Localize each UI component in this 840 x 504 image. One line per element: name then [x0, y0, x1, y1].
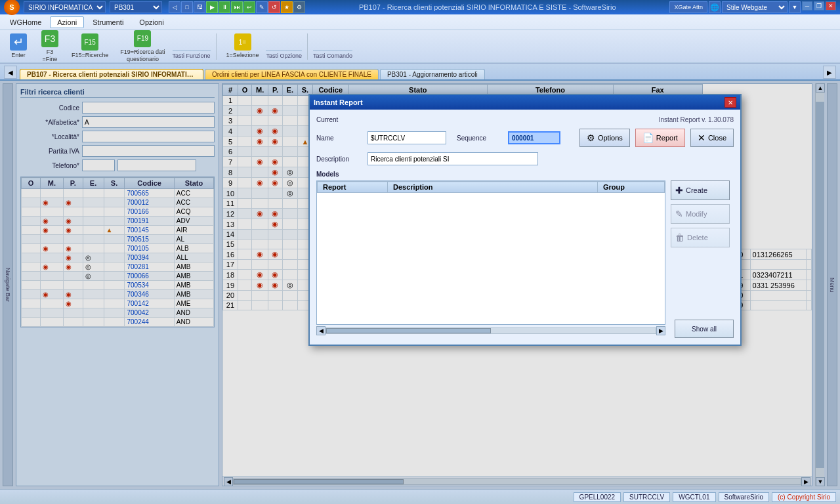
status-wgctl01: WGCTL01	[673, 492, 715, 502]
dialog-titlebar: Instant Report ✕	[310, 95, 740, 110]
name-input[interactable]	[368, 131, 446, 144]
f3-btn[interactable]: F3 F3=Fine	[35, 28, 64, 65]
tasti-opzione-label: Tasti Opzione	[266, 51, 302, 61]
models-scroll-track[interactable]	[326, 327, 656, 334]
win-restore[interactable]: ❐	[814, 1, 824, 10]
f3-label: F3=Fine	[43, 49, 58, 63]
status-copyright: (c) Copyright Sirio	[772, 492, 836, 502]
f19-btn[interactable]: F19 F19=Ricerca datiquestionario	[116, 28, 169, 65]
globe-icon-btn[interactable]: 🌐	[709, 1, 721, 13]
delete-btn[interactable]: 🗑 Delete	[671, 228, 730, 247]
status-bar: GPELL0022 SUTRCCLV WGCTL01 SoftwareSirio…	[0, 489, 840, 504]
modify-btn[interactable]: ✎ Modify	[671, 204, 730, 224]
description-label: Description	[316, 156, 362, 163]
version-label: Instant Report v. 1.30.078	[659, 116, 734, 123]
main-title: PB107 - Ricerca clienti potenziali SIRIO…	[305, 3, 669, 11]
toolbar-small-btn-2[interactable]: □	[181, 1, 193, 13]
toolbar-small-btn-9[interactable]: ↺	[268, 1, 280, 13]
current-label: Current	[316, 116, 362, 123]
toolbar-small-btn-3[interactable]: 🖫	[194, 1, 205, 13]
models-col-desc: Description	[388, 182, 598, 193]
style-dropdown-btn[interactable]: ▼	[789, 1, 801, 13]
description-row: Description	[316, 152, 734, 165]
dialog-body: Current Instant Report v. 1.30.078 Name …	[310, 110, 740, 345]
module-dropdown[interactable]: PB301	[110, 1, 162, 13]
sequence-input[interactable]	[508, 131, 560, 144]
menu-azioni[interactable]: Azioni	[50, 16, 84, 28]
models-title: Models	[316, 171, 734, 178]
status-sutrcclv: SUTRCCLV	[623, 492, 670, 502]
sequence-label: Sequence	[457, 135, 503, 142]
toolbar-small-btn-10[interactable]: ★	[281, 1, 293, 13]
top-area: WGHome Azioni Strumenti Opzioni ↵ Enter …	[0, 14, 840, 64]
models-scroll-right[interactable]: ▶	[656, 326, 665, 335]
show-all-btn[interactable]: Show all	[675, 320, 734, 338]
toolbar-small-btn-1[interactable]: ◁	[169, 1, 180, 13]
toolbar-small-btn-4[interactable]: ▶	[206, 1, 218, 13]
tab-nav-left[interactable]: ◀	[4, 66, 17, 79]
report-btn[interactable]: 📄 Report	[635, 129, 685, 147]
sel-btn[interactable]: 1= 1=Selezione	[222, 32, 264, 61]
models-h-scrollbar[interactable]: ◀ ▶	[316, 326, 665, 335]
f19-label: F19=Ricerca datiquestionario	[120, 49, 165, 63]
menu-wghome[interactable]: WGHome	[3, 16, 49, 28]
tab-pb301[interactable]: PB301 - Aggiornamento articoli	[380, 69, 485, 79]
action-buttons-col: ✚ Create ✎ Modify 🗑 Delete	[671, 180, 734, 325]
toolbar-small-btn-11[interactable]: ⚙	[293, 1, 305, 13]
sel-label: 1=Selezione	[226, 52, 259, 59]
tab-ordini[interactable]: Ordini clienti per LINEA FASCIA con CLIE…	[205, 69, 379, 79]
style-dropdown[interactable]: Stile Webgate	[722, 1, 788, 13]
company-dropdown[interactable]: SIRIO INFORMATICA	[24, 1, 106, 13]
status-softwaresirio: SoftwareSirio	[719, 492, 769, 502]
xgate-btn[interactable]: XGate Attn	[669, 1, 707, 13]
models-scroll-left[interactable]: ◀	[316, 326, 326, 335]
tasti-funzione-label: Tasti Funzione	[173, 51, 211, 61]
models-scroll-thumb	[326, 328, 491, 333]
f15-label: F15=Ricerche	[72, 52, 108, 59]
models-col-report: Report	[318, 182, 388, 193]
dialog-close-x-btn[interactable]: ✕	[724, 97, 736, 108]
name-sequence-row: Name Sequence ⚙ Options 📄 Report	[316, 129, 734, 147]
menu-opzioni[interactable]: Opzioni	[132, 16, 171, 28]
models-col-group: Group	[598, 182, 665, 193]
dialog-overlay: Instant Report ✕ Current Instant Report …	[0, 81, 840, 489]
tab-bar: ◀ PB107 - Ricerca clienti potenziali SIR…	[0, 64, 840, 81]
models-table: Report Description Group	[317, 181, 665, 193]
description-input[interactable]	[368, 152, 538, 165]
options-btn[interactable]: ⚙ Options	[579, 129, 630, 147]
enter-label: Enter	[11, 52, 26, 59]
app-logo: S	[4, 0, 20, 15]
toolbar-small-btn-5[interactable]: ⏸	[219, 1, 230, 13]
tab-nav-right[interactable]: ▶	[823, 66, 836, 79]
close-dialog-btn[interactable]: ✕ Close	[690, 129, 734, 147]
toolbar-small-btn-7[interactable]: ↩	[243, 1, 255, 13]
main-content: Navigate Bar Filtri ricerca clienti Codi…	[0, 81, 840, 489]
name-label: Name	[316, 135, 362, 142]
toolbar-small-btn-8[interactable]: ✎	[256, 1, 268, 13]
tasti-comando-label: Tasti Comando	[313, 51, 352, 61]
toolbar-small-btn-6[interactable]: ⏭	[231, 1, 243, 13]
win-close[interactable]: ✕	[826, 1, 836, 10]
title-bar: S SIRIO INFORMATICA PB301 ◁ □ 🖫 ▶ ⏸ ⏭ ↩ …	[0, 0, 840, 14]
win-minimize[interactable]: ─	[802, 1, 812, 10]
status-gpell: GPELL0022	[574, 492, 621, 502]
menu-strumenti[interactable]: Strumenti	[85, 16, 131, 28]
models-table-container: Report Description Group	[316, 180, 665, 325]
current-row: Current Instant Report v. 1.30.078	[316, 116, 734, 123]
dialog-title: Instant Report	[314, 98, 363, 106]
f15-btn[interactable]: F15 F15=Ricerche	[67, 32, 113, 61]
icon-toolbar: ↵ Enter F3 F3=Fine F15 F15=Ricerche F19 …	[0, 30, 840, 63]
tab-pb107[interactable]: PB107 - Ricerca clienti potenziali SIRIO…	[20, 69, 203, 79]
enter-btn[interactable]: ↵ Enter	[4, 32, 33, 61]
create-btn[interactable]: ✚ Create	[671, 180, 730, 200]
instant-report-dialog: Instant Report ✕ Current Instant Report …	[308, 94, 742, 346]
